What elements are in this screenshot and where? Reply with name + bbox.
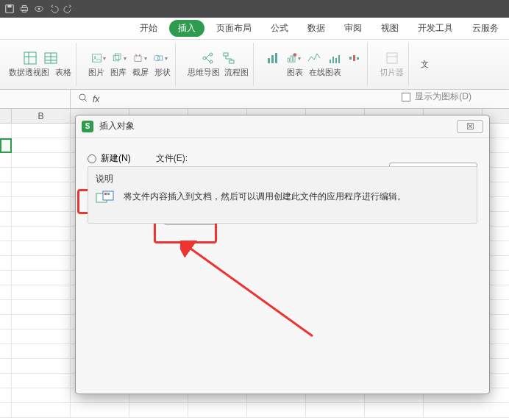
menu-insert[interactable]: 插入	[169, 20, 204, 37]
svg-rect-35	[330, 60, 331, 63]
svg-rect-28	[268, 58, 270, 63]
screenshot-icon[interactable]: ▾	[132, 51, 147, 65]
svg-rect-1	[7, 5, 11, 8]
flowchart-icon[interactable]	[221, 51, 236, 65]
menu-devtools[interactable]: 开发工具	[410, 19, 460, 38]
show-as-icon-checkbox[interactable]	[402, 93, 410, 102]
online-chart-icon[interactable]: ▾	[286, 51, 301, 65]
ribbon-label-mindmap: 思维导图	[188, 67, 220, 78]
svg-rect-26	[224, 53, 228, 56]
menu-layout[interactable]: 页面布局	[209, 19, 259, 38]
radio-new[interactable]	[88, 154, 96, 163]
ribbon-group-text: 文	[416, 43, 433, 86]
name-box[interactable]	[0, 90, 71, 108]
svg-rect-36	[332, 57, 334, 63]
col-b[interactable]: B	[12, 109, 71, 123]
ribbon-group-slicer: 切片器	[375, 43, 409, 86]
svg-rect-3	[22, 6, 26, 8]
svg-point-44	[79, 94, 85, 100]
menubar: 开始 插入 页面布局 公式 数据 审阅 视图 开发工具 云服务	[0, 18, 509, 40]
svg-rect-27	[229, 60, 234, 63]
ribbon-label-shape: 形状	[154, 67, 171, 78]
picture-icon[interactable]: ▾	[91, 51, 106, 65]
mindmap-icon[interactable]	[201, 51, 216, 65]
print-icon[interactable]	[19, 4, 29, 14]
svg-rect-32	[291, 56, 292, 62]
quick-access-toolbar	[0, 0, 509, 18]
undo-icon[interactable]	[49, 4, 59, 14]
fx-label: fx	[93, 94, 99, 104]
ribbon: 数据透视图 表格 ▾ ▾ ▾ ▾ 图片 图库 截屏 形状 思维导图 流程图 ▾	[0, 40, 509, 90]
ribbon-group-pivot: 数据透视图 表格	[4, 43, 76, 86]
ribbon-label-gallery: 图库	[110, 67, 127, 78]
sparkline3-icon[interactable]	[348, 51, 363, 65]
redo-icon[interactable]	[63, 4, 74, 14]
ribbon-label-online-chart: 在线图表	[309, 67, 341, 78]
preview-icon[interactable]	[34, 4, 44, 14]
ribbon-label-chart: 图表	[287, 67, 303, 78]
annotation-arrow	[180, 241, 327, 344]
embed-icon	[96, 190, 116, 207]
svg-rect-17	[115, 54, 121, 60]
svg-rect-29	[271, 55, 274, 63]
menu-start[interactable]: 开始	[132, 19, 165, 38]
svg-rect-7	[24, 52, 36, 64]
description-box: 说明 将文件内容插入到文档，然后可以调用创建此文件的应用程序进行编辑。	[88, 166, 477, 224]
dialog-title: 插入对象	[99, 120, 135, 132]
gallery-icon[interactable]: ▾	[112, 51, 127, 65]
chart-icon[interactable]	[266, 51, 280, 65]
menu-cloud[interactable]: 云服务	[465, 19, 506, 38]
table-icon[interactable]	[43, 51, 58, 65]
svg-point-21	[203, 57, 206, 60]
svg-rect-14	[93, 54, 102, 63]
svg-rect-47	[103, 191, 113, 200]
svg-rect-49	[107, 193, 110, 195]
ribbon-label-picture: 图片	[88, 67, 104, 78]
ribbon-label-text: 文	[421, 59, 429, 70]
svg-point-6	[38, 8, 40, 10]
shape-icon[interactable]: ▾	[153, 51, 168, 65]
ribbon-label-flowchart: 流程图	[224, 67, 249, 78]
menu-formula[interactable]: 公式	[263, 19, 296, 38]
menu-view[interactable]: 视图	[374, 19, 406, 38]
show-as-icon-row[interactable]: 显示为图标(D)	[402, 90, 471, 103]
file-field-label: 文件(E):	[156, 152, 188, 165]
svg-line-24	[206, 54, 210, 58]
description-title: 说明	[96, 173, 469, 185]
svg-rect-38	[338, 55, 340, 63]
zoom-icon[interactable]	[78, 93, 88, 105]
save-icon[interactable]	[4, 4, 15, 14]
svg-rect-31	[288, 58, 289, 62]
menu-data[interactable]: 数据	[300, 19, 332, 38]
pivot-icon[interactable]	[23, 51, 38, 65]
app-icon: S	[82, 121, 93, 132]
svg-point-23	[210, 60, 213, 63]
svg-rect-16	[113, 55, 119, 61]
svg-rect-48	[104, 193, 107, 195]
sparkline1-icon[interactable]	[307, 51, 321, 65]
svg-rect-40	[353, 55, 355, 61]
menu-review[interactable]: 审阅	[337, 19, 369, 38]
close-button[interactable]: ☒	[457, 120, 483, 133]
svg-line-25	[206, 58, 210, 62]
active-cell[interactable]	[0, 138, 12, 153]
ribbon-label-table: 表格	[55, 67, 71, 78]
svg-rect-20	[158, 56, 163, 60]
svg-rect-30	[275, 53, 277, 63]
radio-new-label: 新建(N)	[101, 152, 131, 165]
ribbon-group-diagram: 思维导图 流程图	[183, 43, 254, 86]
ribbon-label-screenshot: 截屏	[132, 67, 149, 78]
ribbon-label-slicer: 切片器	[380, 67, 404, 78]
svg-line-50	[188, 246, 313, 336]
sparkline2-icon[interactable]	[327, 51, 342, 65]
corner[interactable]	[0, 109, 12, 123]
svg-rect-42	[387, 53, 397, 63]
svg-line-45	[85, 99, 87, 102]
ribbon-group-charts: ▾ 图表 在线图表	[261, 43, 368, 86]
show-as-icon-label: 显示为图标(D)	[415, 90, 471, 103]
svg-rect-18	[135, 56, 141, 62]
insert-object-dialog: S 插入对象 ☒ 新建(N) 文件(E): 由文件创建(F) 浏览(B)... …	[75, 115, 490, 394]
dialog-titlebar: S 插入对象 ☒	[76, 115, 489, 138]
ribbon-group-illustrations: ▾ ▾ ▾ ▾ 图片 图库 截屏 形状	[84, 43, 176, 86]
slicer-icon[interactable]	[385, 51, 399, 65]
